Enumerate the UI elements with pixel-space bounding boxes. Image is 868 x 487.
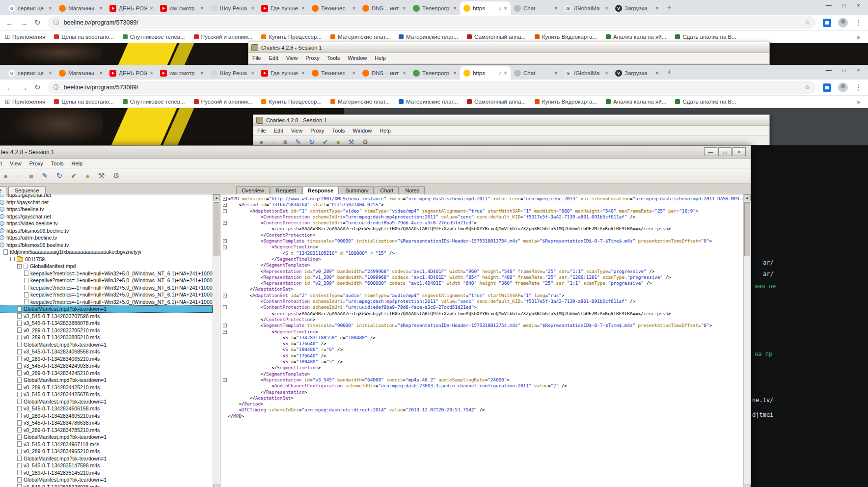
menu-view[interactable]: View xyxy=(287,128,307,134)
menu-help[interactable]: Help xyxy=(68,161,87,166)
bookmark-item[interactable]: Самогонный аппа... xyxy=(467,99,526,105)
tab-9[interactable]: Телепрогр× xyxy=(409,1,460,15)
close-icon[interactable]: × xyxy=(857,67,860,74)
settings-icon[interactable]: ⚙ xyxy=(362,138,369,146)
tree-row[interactable]: -GlobalManifest.mpd xyxy=(0,263,213,270)
tab-close-icon[interactable]: × xyxy=(150,5,153,12)
tree-row[interactable]: v3_545-0-T-1342834249038.m4s xyxy=(0,362,213,370)
tab-close-icon[interactable]: × xyxy=(453,70,457,77)
validate-icon[interactable]: ✔ xyxy=(71,171,77,180)
tab-close-icon[interactable]: × xyxy=(352,5,355,12)
collapse-icon[interactable]: - xyxy=(223,209,227,213)
record-icon[interactable]: ● xyxy=(3,172,8,180)
tree-scrollbar[interactable]: ▲ ▼ xyxy=(213,194,220,487)
viewer-tab-summary[interactable]: Summary xyxy=(340,186,374,194)
tab-8[interactable]: DNS – инт× xyxy=(359,66,409,80)
tab-10[interactable]: https♪× xyxy=(460,66,511,80)
tab-close-icon[interactable]: × xyxy=(554,5,558,12)
refresh-icon[interactable]: ↻ xyxy=(34,18,41,27)
tree-row[interactable]: GlobalManifest.mpd?bk-teardown=1 xyxy=(0,377,213,384)
menu-edit[interactable]: Edit xyxy=(270,128,287,134)
tree-row[interactable]: v0_289-0-T-1342835145210.m4s xyxy=(0,469,213,477)
forward-icon[interactable]: → xyxy=(20,83,27,92)
tab-close-icon[interactable]: × xyxy=(200,70,204,77)
tree-row[interactable]: https://video.beeline.tv xyxy=(0,220,213,227)
new-tab-button[interactable]: + xyxy=(662,66,676,79)
collapse-icon[interactable]: - xyxy=(223,330,227,334)
browser-menu-icon[interactable]: ⋮ xyxy=(855,18,862,27)
collapse-icon[interactable]: - xyxy=(223,197,227,201)
bookmark-item[interactable]: Цены на восстано... xyxy=(54,99,113,105)
tab-4[interactable]: как смотр× xyxy=(157,66,207,80)
viewer-tab-notes[interactable]: Notes xyxy=(400,186,425,194)
tree-row[interactable]: https://bksmos06.beeline.tv xyxy=(0,227,213,235)
tab-2[interactable]: Магазины× xyxy=(55,66,106,80)
tree-row[interactable]: http://gayschat.net xyxy=(0,199,213,206)
bookmark-item[interactable]: Анализ кала на яй... xyxy=(606,34,666,40)
tab-close-icon[interactable]: × xyxy=(200,5,204,12)
tree-row[interactable]: v0_289-0-T-1342834605210.m4s xyxy=(0,412,213,420)
tab-7[interactable]: Техничес× xyxy=(308,1,359,15)
profile-avatar[interactable] xyxy=(838,82,848,92)
viewer-tab-chart[interactable]: Chart xyxy=(375,186,399,194)
tab-close-icon[interactable]: × xyxy=(655,70,659,77)
tab-close-icon[interactable]: × xyxy=(655,5,659,12)
tree-row[interactable]: keepalive?metrics=-1+null+null+Win32+5.0… xyxy=(0,277,213,284)
tab-12[interactable]: G/GlobalMa× xyxy=(561,1,612,15)
tree-row[interactable]: v0_289-0-T-1342834785210.m4s xyxy=(0,427,213,434)
collapse-icon[interactable]: - xyxy=(223,203,227,207)
tree-row[interactable]: https://gayschat.net xyxy=(0,194,213,199)
tab-close-icon[interactable]: × xyxy=(504,70,507,77)
bookmark-item[interactable]: Русский и аноним... xyxy=(194,99,253,105)
response-scrollbar[interactable]: ▲ ▼ xyxy=(743,194,751,487)
tree-row[interactable]: v0_289-0-T-1342834065210.m4s xyxy=(0,355,213,363)
bookmark-star-icon[interactable]: ☆ xyxy=(805,84,810,91)
throttle-icon[interactable]: ● xyxy=(336,138,340,146)
tree-row[interactable]: v3_545-0-T-1342834068558.m4s xyxy=(0,348,213,355)
tab-close-icon[interactable]: × xyxy=(251,70,254,77)
info-icon[interactable]: ⓘ xyxy=(54,19,59,27)
bookmark-item[interactable]: Цены на восстано... xyxy=(54,34,113,40)
tree-row[interactable]: -0011759 xyxy=(0,256,213,263)
repeat-icon[interactable]: ↻ xyxy=(56,171,63,180)
menu-proxy[interactable]: Proxy xyxy=(301,55,323,61)
record-icon[interactable]: ● xyxy=(259,138,263,146)
validate-icon[interactable]: ✔ xyxy=(323,138,328,146)
tab-close-icon[interactable]: × xyxy=(49,70,52,77)
charles-main-title-bar[interactable]: les 4.2.8 - Session 1 — □ × xyxy=(0,146,751,159)
tab-close-icon[interactable]: × xyxy=(99,70,103,77)
browser-menu-icon[interactable]: ⋮ xyxy=(855,83,862,92)
menu-help[interactable]: Help xyxy=(371,55,390,61)
tab-7[interactable]: Техничес× xyxy=(308,66,359,80)
collapse-icon[interactable]: - xyxy=(17,264,22,269)
maximize-icon[interactable]: □ xyxy=(842,67,846,74)
minimize-icon[interactable]: — xyxy=(826,67,832,74)
tab-close-icon[interactable]: × xyxy=(301,5,305,12)
bookmark-item[interactable]: Материнские плат... xyxy=(399,34,458,40)
menu-proxy[interactable]: Proxy xyxy=(306,128,328,134)
bookmark-item[interactable]: Сдать анализ на В... xyxy=(675,99,736,105)
bookmark-item[interactable]: Материнские плат... xyxy=(330,99,390,105)
tree-row[interactable]: GlobalManifest.mpd?bk-teardown=1 xyxy=(0,476,213,484)
tab-close-icon[interactable]: × xyxy=(605,5,608,12)
bookmark-item[interactable]: Русский и аноним... xyxy=(194,34,253,40)
tab-close-icon[interactable]: × xyxy=(352,70,355,77)
tab-close-icon[interactable]: × xyxy=(150,70,153,77)
new-tab-button[interactable]: + xyxy=(662,1,676,14)
collapse-icon[interactable]: - xyxy=(10,257,15,261)
bookmark-item[interactable]: Купить Видеокарта... xyxy=(535,99,597,105)
tab-close-icon[interactable]: × xyxy=(554,70,558,77)
tab-1[interactable]: Gсервис це× xyxy=(5,1,55,15)
bookmark-item[interactable]: Материнские плат... xyxy=(330,34,390,40)
charles-minimize-icon[interactable]: — xyxy=(704,147,717,156)
scrollbar-thumb[interactable] xyxy=(744,202,750,256)
pause-icon[interactable]: ◌ xyxy=(16,172,21,180)
tab-4[interactable]: как смотр× xyxy=(157,1,207,15)
tree-row[interactable]: v3_545-0-T-1342834967118.m4s xyxy=(0,441,213,448)
tree-row[interactable]: keepalive?metrics=-1+null+null+Win32+5.0… xyxy=(0,298,213,306)
collapse-icon[interactable]: - xyxy=(223,221,227,225)
minimize-icon[interactable]: — xyxy=(826,2,832,9)
repeat-icon[interactable]: ↻ xyxy=(309,138,315,146)
tools-icon[interactable]: ⚒ xyxy=(348,138,354,146)
tree-row[interactable]: v0_289-0-T-1342833885210.m4s xyxy=(0,334,213,341)
